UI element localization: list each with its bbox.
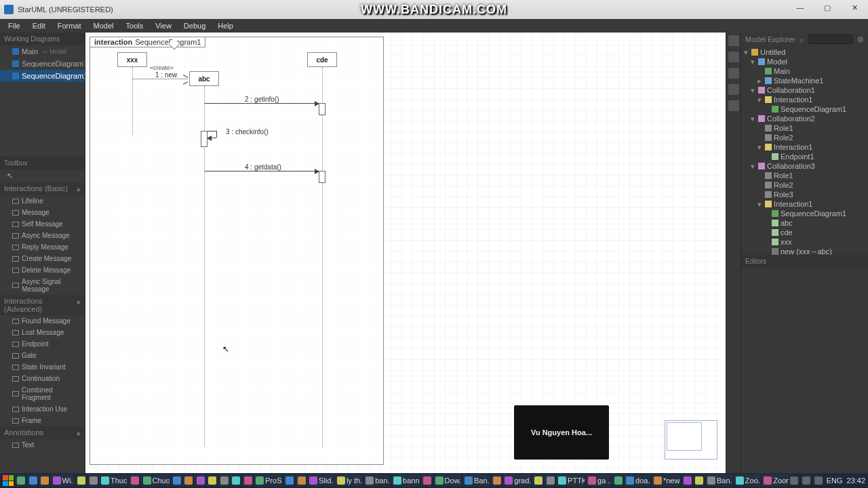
menu-edit[interactable]: Edit — [27, 20, 51, 31]
toolbox-item[interactable]: Endpoint — [0, 338, 85, 350]
tree-node[interactable]: Main — [741, 66, 868, 76]
taskbar-item[interactable] — [612, 474, 623, 487]
taskbar-item[interactable]: Wi... — [51, 474, 75, 487]
taskbar-item[interactable] — [421, 474, 432, 487]
tree-node[interactable]: SequenceDiagram1 — [741, 209, 868, 218]
windows-taskbar[interactable]: Wi...Thuc...Chuo...ProS...Slid...ly th..… — [0, 473, 868, 488]
taskbar-item[interactable]: Slid... — [307, 474, 334, 487]
toolbox-group[interactable]: Interactions (Advanced)▴ — [0, 295, 85, 315]
activation-cde-2[interactable] — [319, 171, 326, 183]
menu-debug[interactable]: Debug — [178, 20, 211, 31]
msg4[interactable] — [204, 171, 319, 171]
toolbox-item[interactable]: Async Signal Message — [0, 276, 85, 295]
activation-cde-1[interactable] — [319, 103, 326, 115]
taskbar-item[interactable]: ga ... — [586, 474, 610, 487]
toolbox-group[interactable]: Annotations▴ — [0, 426, 85, 439]
tree-node[interactable]: ▸StateMachine1 — [741, 76, 868, 85]
tray-language[interactable]: ENG — [827, 476, 843, 485]
toolbox-item[interactable]: Create Message — [0, 253, 85, 264]
taskbar-item[interactable] — [682, 474, 692, 487]
taskbar-item[interactable] — [182, 474, 193, 487]
tree-node[interactable]: ▾Collaboration2 — [741, 114, 868, 123]
toolbox-item[interactable]: Delete Message — [0, 264, 85, 276]
menu-view[interactable]: View — [150, 20, 177, 31]
model-explorer-search[interactable] — [808, 35, 853, 44]
menu-help[interactable]: Help — [212, 20, 239, 31]
diagram-canvas[interactable]: interactionSequenceDiagram1 xxx cde abc … — [85, 33, 726, 473]
toolbox-cursor-row[interactable]: ↖ — [0, 169, 85, 182]
start-button[interactable] — [3, 475, 14, 486]
tree-node[interactable]: ▾Collaboration1 — [741, 85, 868, 95]
working-diagram-item[interactable]: Main— Model — [0, 45, 85, 58]
tree-node[interactable]: ▾Interaction1 — [741, 199, 868, 209]
minimize-button[interactable]: — — [787, 0, 814, 15]
tree-node[interactable]: Endpoint1 — [741, 152, 868, 161]
tree-node[interactable]: xxx — [741, 237, 868, 247]
taskbar-item[interactable]: doa... — [624, 474, 650, 487]
toolbox-item[interactable]: Interaction Use — [0, 403, 85, 415]
toolbox-group[interactable]: Interactions (Basic)▴ — [0, 182, 85, 195]
activation-abc-1[interactable] — [201, 131, 208, 147]
tray-clock[interactable]: 23:42 — [846, 476, 865, 485]
taskbar-item[interactable] — [218, 474, 229, 487]
taskbar-item[interactable]: bann... — [391, 474, 420, 487]
tree-node[interactable]: new (xxx→abc) — [741, 247, 868, 255]
tree-node[interactable]: cde — [741, 228, 868, 237]
taskbar-item[interactable] — [242, 474, 253, 487]
taskbar-item[interactable] — [545, 474, 555, 487]
zoom-video-tile[interactable]: Vu Nguyen Hoa... — [514, 405, 609, 460]
tree-node[interactable]: ▾Collaboration3 — [741, 161, 868, 171]
taskbar-item[interactable] — [171, 474, 182, 487]
toolbox-item[interactable]: Message — [0, 207, 85, 218]
menu-file[interactable]: File — [3, 20, 26, 31]
taskbar-item[interactable]: Thuc... — [99, 474, 127, 487]
taskbar-item[interactable] — [283, 474, 294, 487]
toolbox-item[interactable]: State Invariant — [0, 361, 85, 373]
tree-node[interactable]: Role1 — [741, 123, 868, 133]
working-diagram-item[interactable]: SequenceDiagram1— Interact... — [0, 58, 85, 70]
taskbar-item[interactable]: grad... — [502, 474, 531, 487]
tray-network-icon[interactable] — [802, 476, 810, 485]
taskbar-item[interactable]: ly th... — [335, 474, 362, 487]
taskbar-item[interactable] — [206, 474, 217, 487]
tree-node[interactable]: Role3 — [741, 190, 868, 199]
tree-node[interactable]: Role2 — [741, 180, 868, 190]
taskbar-item[interactable] — [129, 474, 140, 487]
taskbar-item[interactable] — [75, 474, 86, 487]
taskbar-item[interactable]: ban... — [363, 474, 390, 487]
taskbar-item[interactable]: ProS... — [254, 474, 282, 487]
taskbar-item[interactable] — [491, 474, 502, 487]
toolbox-item[interactable]: Found Message — [0, 315, 85, 327]
share-icon[interactable] — [728, 100, 739, 111]
diagram-minimap[interactable] — [665, 420, 717, 460]
gear-icon[interactable]: ⚙ — [857, 35, 864, 44]
taskbar-item[interactable] — [39, 474, 50, 487]
tree-node[interactable]: SequenceDiagram1 — [741, 104, 868, 114]
toolbox-item[interactable]: Lifeline — [0, 195, 85, 207]
taskbar-item[interactable]: *new... — [652, 474, 680, 487]
taskbar-item[interactable] — [15, 474, 26, 487]
lifeline-abc[interactable]: abc — [189, 71, 219, 86]
tree-node[interactable]: Role1 — [741, 171, 868, 180]
msg-create[interactable] — [132, 79, 188, 79]
tray-volume-icon[interactable] — [814, 476, 823, 485]
tree-node[interactable]: abc — [741, 218, 868, 228]
toolbox-item[interactable]: Text — [0, 439, 85, 451]
lifeline-xxx[interactable]: xxx — [117, 52, 147, 67]
tree-node[interactable]: ▾Interaction1 — [741, 95, 868, 104]
taskbar-item[interactable] — [27, 474, 38, 487]
lifeline-cde[interactable]: cde — [307, 52, 337, 67]
taskbar-item[interactable] — [87, 474, 98, 487]
taskbar-item[interactable]: Zoo... — [734, 474, 760, 487]
toolbox-item[interactable]: Gate — [0, 350, 85, 361]
toolbox-item[interactable]: Frame — [0, 415, 85, 426]
extension-icon[interactable] — [728, 35, 739, 46]
search-icon[interactable]: ⌕ — [800, 35, 804, 43]
tree-node[interactable]: ▾Interaction1 — [741, 142, 868, 152]
toolbox-item[interactable]: Async Message — [0, 230, 85, 241]
taskbar-item[interactable] — [693, 474, 704, 487]
tree-node[interactable]: Role2 — [741, 133, 868, 142]
diagram-thumb-icon[interactable] — [728, 52, 739, 62]
taskbar-item[interactable]: Chuo... — [141, 474, 170, 487]
interaction-frame[interactable]: interactionSequenceDiagram1 xxx cde abc … — [90, 37, 384, 465]
